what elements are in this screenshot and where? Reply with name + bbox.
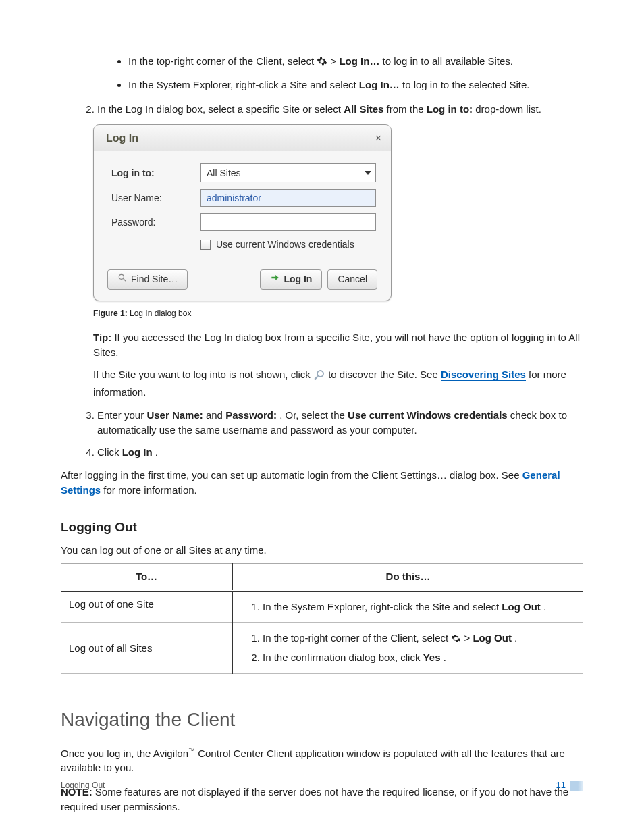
text: In the top-right corner of the Client, s…: [128, 55, 317, 67]
page-number: 11: [556, 779, 566, 792]
discover-paragraph: If the Site you want to log into is not …: [61, 367, 583, 400]
bold-text: Log In…: [339, 55, 379, 67]
login-to-label: Log in to:: [111, 166, 200, 180]
page-decoration: [570, 781, 583, 791]
trademark: ™: [188, 747, 195, 754]
cell: In the top-right corner of the Client, s…: [233, 623, 584, 674]
svg-line-3: [315, 377, 318, 380]
text: for more information.: [103, 484, 196, 496]
bold-text: Log in to:: [427, 103, 473, 115]
arrow-right-icon: [270, 272, 279, 286]
navigating-heading: Navigating the Client: [61, 706, 583, 734]
windows-creds-checkbox[interactable]: [200, 240, 211, 250]
page-number-group: 11: [556, 779, 583, 792]
search-icon: [313, 369, 325, 385]
figure-caption: Figure 1: Log In dialog box: [93, 308, 583, 319]
text: >: [330, 55, 339, 67]
figure-label: Figure 1:: [93, 309, 128, 318]
password-input[interactable]: [200, 213, 376, 231]
bold-text: Log In…: [359, 79, 400, 90]
login-to-dropdown[interactable]: All Sites: [200, 163, 376, 182]
bold-text: All Sites: [344, 103, 383, 115]
search-icon: [117, 272, 127, 286]
logout-intro: You can log out of one or all Sites at a…: [61, 543, 583, 558]
nav-paragraph: Once you log in, the Avigilon™ Control C…: [61, 746, 583, 776]
text: >: [464, 632, 473, 644]
dialog-title: Log In: [106, 130, 138, 146]
document-page: In the top-right corner of the Client, s…: [0, 0, 644, 834]
close-icon[interactable]: ×: [375, 130, 381, 146]
dialog-titlebar: Log In ×: [94, 125, 391, 151]
text: to log in to the selected Site.: [402, 79, 529, 90]
text: Enter your: [97, 409, 146, 421]
text: to log in to all available Sites.: [383, 55, 513, 67]
page-footer: Logging Out 11: [61, 779, 583, 792]
tip-paragraph: Tip: If you accessed the Log In dialog b…: [61, 330, 583, 360]
button-label: Find Site…: [131, 272, 178, 286]
table-header-do: Do this…: [233, 563, 584, 590]
chevron-down-icon: [365, 171, 371, 175]
dialog-footer: Find Site… Log In Cancel: [94, 259, 391, 301]
step-3: Enter your User Name: and Password: . Or…: [97, 408, 583, 438]
list-item: In the confirmation dialog box, click Ye…: [263, 650, 575, 665]
text: In the confirmation dialog box, click: [263, 652, 423, 663]
text: to discover the Site. See: [328, 369, 441, 380]
login-button[interactable]: Log In: [260, 269, 322, 290]
text: Once you log in, the Avigilon: [61, 748, 188, 759]
text: .: [155, 446, 158, 458]
table-row: Log out of all Sites In the top-right co…: [61, 623, 583, 674]
list-item: In the System Explorer, right-click the …: [263, 600, 575, 615]
bold-text: Log Out: [502, 601, 540, 613]
figure-text: Log In dialog box: [128, 309, 192, 318]
text: .: [514, 632, 517, 644]
step-4: Click Log In .: [97, 445, 583, 460]
cell: Log out of one Site: [61, 590, 233, 623]
text: After logging in the first time, you can…: [61, 469, 522, 481]
bold-text: Yes: [423, 652, 441, 663]
svg-point-2: [317, 371, 323, 377]
text: drop-down list.: [475, 103, 541, 115]
text: In the System Explorer, right-click a Si…: [128, 79, 359, 90]
find-site-button[interactable]: Find Site…: [107, 269, 188, 290]
dialog-body: Log in to: All Sites User Name: administ…: [94, 151, 391, 258]
svg-point-0: [119, 275, 124, 280]
step-2: In the Log In dialog box, select a speci…: [97, 102, 583, 117]
after-login-paragraph: After logging in the first time, you can…: [61, 468, 583, 498]
discovering-sites-link[interactable]: Discovering Sites: [441, 369, 526, 381]
text: In the Log In dialog box, select a speci…: [97, 103, 344, 115]
bold-text: Log In: [122, 446, 153, 458]
button-label: Log In: [284, 272, 312, 286]
text: If the Site you want to log into is not …: [93, 369, 313, 380]
cancel-button[interactable]: Cancel: [327, 269, 377, 290]
bold-text: Password:: [225, 409, 277, 421]
text: In the System Explorer, right-click the …: [263, 601, 502, 613]
dropdown-value: All Sites: [207, 166, 241, 180]
bold-text: User Name:: [146, 409, 203, 421]
numbered-steps-cont: Enter your User Name: and Password: . Or…: [61, 408, 583, 460]
sub-bullet-list: In the top-right corner of the Client, s…: [61, 54, 583, 93]
username-input[interactable]: administrator: [200, 189, 376, 207]
button-label: Cancel: [338, 272, 367, 286]
bold-text: Use current Windows credentials: [348, 409, 508, 421]
table-row: Log out of one Site In the System Explor…: [61, 590, 583, 623]
bullet-item: In the System Explorer, right-click a Si…: [128, 78, 583, 93]
bullet-item: In the top-right corner of the Client, s…: [128, 54, 583, 71]
login-dialog: Log In × Log in to: All Sites User Name:…: [93, 124, 392, 301]
bold-text: Log Out: [473, 632, 511, 644]
text: Click: [97, 446, 122, 458]
gear-icon: [451, 633, 461, 648]
text: and: [206, 409, 225, 421]
numbered-steps: In the Log In dialog box, select a speci…: [61, 102, 583, 117]
list-item: In the top-right corner of the Client, s…: [263, 631, 575, 648]
tip-text: If you accessed the Log In dialog box fr…: [93, 332, 580, 358]
input-value: administrator: [207, 191, 261, 205]
text: . Or, select the: [279, 409, 348, 421]
text: In the top-right corner of the Client, s…: [263, 632, 451, 644]
logout-table: To… Do this… Log out of one Site In the …: [61, 563, 583, 674]
text: .: [543, 601, 546, 613]
svg-line-1: [124, 279, 126, 282]
text: .: [444, 652, 446, 663]
table-header-to: To…: [61, 563, 233, 590]
username-label: User Name:: [111, 191, 200, 205]
text: from the: [387, 103, 427, 115]
